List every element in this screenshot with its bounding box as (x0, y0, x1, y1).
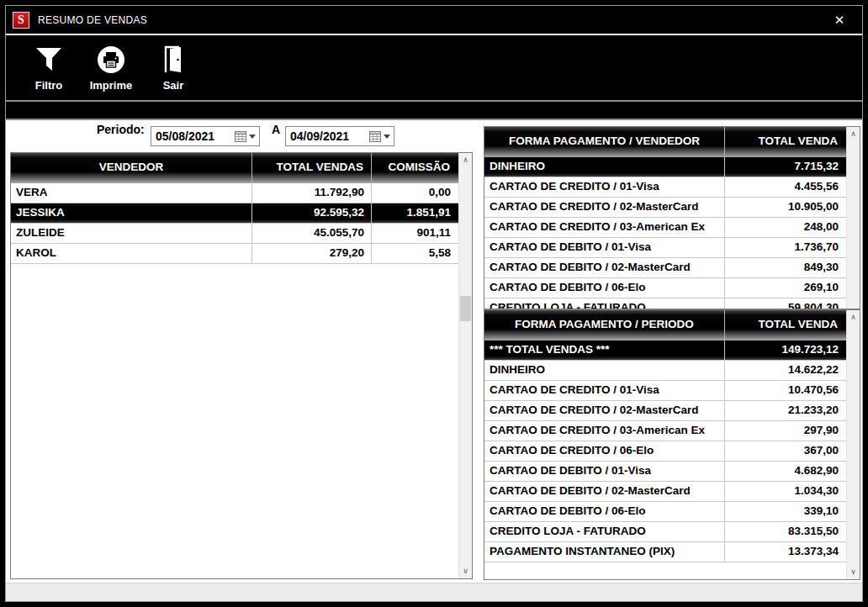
printer-icon (96, 42, 126, 77)
row-label-cell: DINHEIRO (484, 157, 725, 177)
row-value-cell: 14.622,22 (725, 361, 845, 380)
payment-vendor-row[interactable]: DINHEIRO7.715,32 (484, 157, 846, 177)
vendors-table: VENDEDORTOTAL VENDASCOMISSÃOVERA11.792,9… (11, 153, 458, 578)
row-label-cell: DINHEIRO (484, 361, 725, 380)
row-label-cell: CARTAO DE DEBITO / 01-Visa (484, 462, 725, 481)
scroll-up-icon[interactable]: ∧ (847, 311, 860, 324)
filter-button[interactable]: Filtro (19, 42, 78, 92)
table-header: VENDEDORTOTAL VENDASCOMISSÃO (11, 153, 458, 183)
column-header: FORMA PAGAMENTO / PERIODO (484, 310, 725, 340)
calendar-dropdown-icon[interactable] (384, 135, 390, 139)
calendar-dropdown-icon[interactable] (249, 135, 256, 139)
row-value-cell: 0,00 (372, 183, 458, 203)
column-header: TOTAL VENDAS (252, 153, 372, 183)
row-label-cell: CREDITO LOJA - FATURADO (484, 298, 725, 309)
close-icon[interactable]: ✕ (828, 10, 850, 30)
payment-period-row[interactable]: PAGAMENTO INSTANTANEO (PIX)13.373,34 (484, 542, 846, 562)
scrollbar-thumb[interactable] (460, 296, 471, 321)
row-label-cell: CARTAO DE CREDITO / 06-Elo (484, 441, 725, 461)
payment-vendor-row[interactable]: CARTAO DE CREDITO / 02-MasterCard10.905,… (484, 198, 846, 218)
row-value-cell: 339,10 (725, 502, 845, 521)
vendor-row[interactable]: JESSIKA92.595,321.851,91 (11, 203, 458, 224)
exit-button[interactable]: Sair (144, 42, 203, 92)
period-from-input[interactable] (151, 128, 224, 145)
print-button[interactable]: Imprime (82, 42, 140, 92)
row-value-cell: 4.455,56 (725, 177, 845, 197)
row-value-cell: 10.470,56 (725, 381, 845, 400)
payment-by-vendor-table: FORMA PAGAMENTO / VENDEDORTOTAL VENDADIN… (484, 127, 846, 309)
app-window: S RESUMO DE VENDAS ✕ Filtro (5, 5, 863, 602)
payment-by-vendor-scrollbar[interactable]: ∧ (846, 127, 860, 309)
row-label-cell: CARTAO DE DEBITO / 01-Visa (484, 238, 725, 257)
row-label-cell: *** TOTAL VENDAS *** (484, 340, 725, 360)
payment-by-period-panel: FORMA PAGAMENTO / PERIODOTOTAL VENDA*** … (484, 309, 860, 580)
period-to-label: A (272, 123, 280, 136)
payment-period-row[interactable]: CARTAO DE CREDITO / 02-MasterCard21.233,… (484, 401, 846, 421)
row-label-cell: CREDITO LOJA - FATURADO (484, 522, 725, 541)
row-label-cell: ZULEIDE (11, 224, 252, 243)
row-label-cell: CARTAO DE DEBITO / 02-MasterCard (484, 482, 725, 501)
vendor-row[interactable]: VERA11.792,900,00 (11, 183, 458, 203)
column-header: VENDEDOR (11, 153, 252, 183)
payment-period-row[interactable]: CARTAO DE CREDITO / 06-Elo367,00 (484, 441, 846, 462)
period-from-field[interactable] (151, 126, 260, 146)
row-value-cell: 13.373,34 (725, 542, 845, 562)
row-label-cell: CARTAO DE CREDITO / 03-American Ex (484, 218, 725, 237)
payment-vendor-row[interactable]: CARTAO DE DEBITO / 06-Elo269,10 (484, 278, 846, 298)
row-value-cell: 269,10 (725, 278, 845, 298)
table-header: FORMA PAGAMENTO / VENDEDORTOTAL VENDA (484, 127, 846, 157)
scroll-up-icon[interactable]: ∧ (847, 128, 860, 140)
row-label-cell: JESSIKA (11, 203, 252, 223)
row-value-cell: 11.792,90 (252, 183, 372, 203)
window-title: RESUMO DE VENDAS (38, 14, 147, 26)
payment-by-period-table: FORMA PAGAMENTO / PERIODOTOTAL VENDA*** … (484, 310, 846, 579)
period-to-field[interactable] (285, 126, 394, 146)
scroll-down-icon[interactable]: ∨ (459, 565, 472, 578)
row-value-cell: 59.804,30 (725, 298, 845, 309)
row-value-cell: 149.723,12 (725, 340, 845, 360)
row-value-cell: 83.315,50 (725, 522, 845, 541)
payment-vendor-row[interactable]: CARTAO DE DEBITO / 01-Visa1.736,70 (484, 238, 846, 258)
payment-vendor-row[interactable]: CARTAO DE CREDITO / 03-American Ex248,00 (484, 218, 846, 238)
scroll-up-icon[interactable]: ∧ (459, 154, 472, 166)
payment-period-row[interactable]: CARTAO DE CREDITO / 01-Visa10.470,56 (484, 381, 846, 401)
content-area: Periodo: A (6, 120, 862, 583)
payment-by-vendor-panel: FORMA PAGAMENTO / VENDEDORTOTAL VENDADIN… (484, 126, 860, 309)
payment-period-row[interactable]: DINHEIRO14.622,22 (484, 361, 846, 381)
payment-period-row[interactable]: CREDITO LOJA - FATURADO83.315,50 (484, 522, 846, 542)
payment-period-row[interactable]: CARTAO DE CREDITO / 03-American Ex297,90 (484, 421, 846, 441)
payment-period-row[interactable]: CARTAO DE DEBITO / 01-Visa4.682,90 (484, 462, 846, 482)
column-header: TOTAL VENDA (725, 127, 845, 157)
vendor-row[interactable]: KAROL279,205,58 (11, 244, 458, 264)
row-label-cell: CARTAO DE CREDITO / 01-Visa (484, 177, 725, 197)
app-logo-icon: S (13, 12, 29, 29)
row-value-cell: 1.034,30 (725, 482, 845, 501)
toolbar: Filtro Imprime (6, 35, 862, 100)
payment-by-period-scrollbar[interactable]: ∧ ∨ (846, 310, 860, 579)
scroll-down-icon[interactable]: ∨ (847, 566, 860, 578)
print-button-label: Imprime (90, 79, 133, 92)
payment-vendor-row[interactable]: CARTAO DE DEBITO / 02-MasterCard849,30 (484, 258, 846, 278)
payment-period-row[interactable]: CARTAO DE DEBITO / 02-MasterCard1.034,30 (484, 482, 846, 502)
row-value-cell: 5,58 (372, 244, 458, 263)
status-bar (6, 583, 862, 601)
row-label-cell: KAROL (11, 244, 252, 263)
row-value-cell: 4.682,90 (725, 462, 845, 481)
payment-vendor-row[interactable]: CREDITO LOJA - FATURADO59.804,30 (484, 298, 846, 309)
filter-button-label: Filtro (35, 79, 63, 92)
row-label-cell: CARTAO DE DEBITO / 06-Elo (484, 278, 725, 298)
row-label-cell: VERA (11, 183, 252, 203)
payment-vendor-row[interactable]: CARTAO DE CREDITO / 01-Visa4.455,56 (484, 177, 846, 198)
calendar-icon (235, 131, 246, 142)
toolbar-divider-bar (6, 100, 862, 120)
vendors-table-panel: VENDEDORTOTAL VENDASCOMISSÃOVERA11.792,9… (10, 152, 473, 579)
payment-period-row[interactable]: *** TOTAL VENDAS ***149.723,12 (484, 340, 846, 361)
payment-period-row[interactable]: CARTAO DE DEBITO / 06-Elo339,10 (484, 502, 846, 522)
row-label-cell: CARTAO DE DEBITO / 02-MasterCard (484, 258, 725, 277)
period-to-input[interactable] (286, 128, 358, 145)
row-value-cell: 1.851,91 (372, 203, 458, 223)
vendors-table-scrollbar[interactable]: ∧ ∨ (458, 153, 472, 578)
row-value-cell: 901,11 (372, 224, 458, 243)
row-value-cell: 92.595,32 (252, 203, 372, 223)
vendor-row[interactable]: ZULEIDE45.055,70901,11 (11, 224, 458, 244)
